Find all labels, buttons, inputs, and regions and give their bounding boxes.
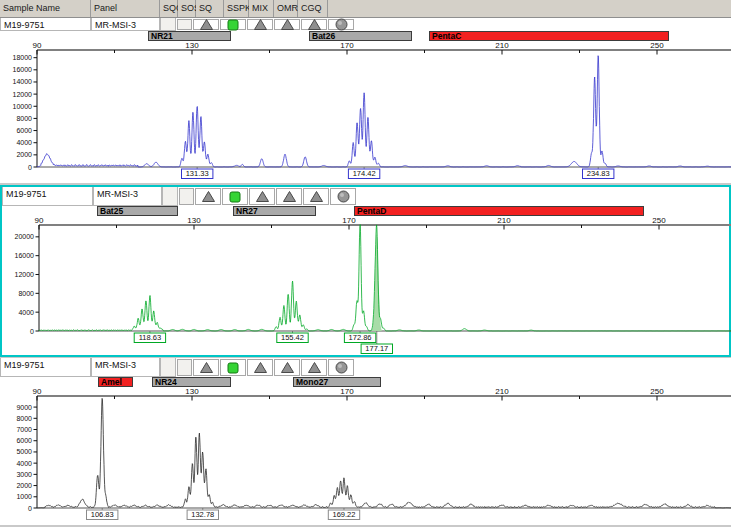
x-tick-label: 130 (185, 387, 199, 396)
y-tick-label: 18000 (13, 54, 33, 61)
y-tick-label: 6000 (16, 127, 32, 134)
trace-line (39, 225, 731, 331)
flag-cell-sos[interactable] (193, 359, 219, 376)
flag-cell-mix[interactable] (274, 19, 300, 30)
marker-bar-bat25[interactable]: Bat25 (97, 206, 178, 216)
quality-flags (177, 359, 355, 376)
electropherogram-svg[interactable]: 9013017021025001000200030004000500060007… (0, 387, 731, 525)
marker-track: Bat25NR27PentaD (2, 206, 729, 216)
x-tick-label: 130 (185, 41, 199, 50)
marker-bar-pentad[interactable]: PentaD (354, 206, 644, 216)
y-tick-label: 6000 (16, 437, 32, 444)
flag-cell-cgq[interactable] (328, 359, 354, 376)
peak-size-value: 106.83 (91, 510, 114, 519)
y-tick-label: 7000 (16, 426, 32, 433)
peak-size-value: 174.42 (353, 169, 376, 178)
y-tick-label: 12000 (13, 91, 33, 98)
x-tick-label: 250 (652, 216, 666, 225)
flag-cell-mix[interactable] (274, 359, 300, 376)
trace-plot-area[interactable]: 9013017021025004000800012000160002000011… (2, 216, 729, 355)
peak-size-value: 169.22 (333, 510, 356, 519)
column-header-sqo[interactable]: SQO (160, 0, 178, 17)
marker-bar-nr21[interactable]: NR21 (148, 31, 231, 41)
x-tick-label: 210 (497, 216, 511, 225)
flag-cell-mix[interactable] (276, 188, 302, 205)
marker-bar-bat26[interactable]: Bat26 (309, 31, 412, 41)
marker-bar-pentac[interactable]: PentaC (429, 31, 669, 41)
y-tick-label: 9000 (16, 404, 32, 411)
column-header-omr[interactable]: OMR (274, 0, 298, 17)
warning-triangle-icon (200, 362, 213, 373)
sample-name-cell[interactable]: M19-9751 (2, 187, 93, 206)
marker-bar-mono27[interactable]: Mono27 (293, 377, 381, 387)
warning-triangle-icon (254, 362, 267, 373)
y-tick-label: 1000 (16, 493, 32, 500)
peak-size-value: 234.83 (587, 169, 610, 178)
quality-flags (177, 19, 355, 30)
pass-square-icon (227, 362, 239, 374)
column-header-sample-name[interactable]: Sample Name (0, 0, 91, 17)
warning-triangle-icon (281, 19, 294, 30)
flag-cell-sspk[interactable] (247, 19, 273, 30)
warning-triangle-icon (202, 191, 215, 202)
y-tick-label: 3000 (16, 471, 32, 478)
marker-bar-nr24[interactable]: NR24 (152, 377, 231, 387)
marker-bar-amel[interactable]: Amel (98, 377, 133, 387)
warning-triangle-icon (308, 362, 321, 373)
flag-cell-sos[interactable] (195, 188, 221, 205)
panel-name-cell[interactable]: MR-MSI-3 (93, 187, 162, 206)
flag-cell-sspk[interactable] (249, 188, 275, 205)
y-tick-label: 8000 (18, 290, 34, 297)
y-tick-label: 0 (28, 505, 32, 512)
flag-cell-cgq[interactable] (330, 188, 356, 205)
column-header-cgq[interactable]: CGQ (298, 0, 328, 17)
sample-row[interactable]: M19-9751MR-MSI-3 (0, 358, 731, 377)
column-header-mix[interactable]: MIX (249, 0, 274, 17)
x-tick-label: 130 (187, 216, 201, 225)
x-tick-label: 210 (495, 387, 509, 396)
peak-size-value: 155.42 (281, 333, 304, 342)
marker-bar-nr27[interactable]: NR27 (233, 206, 316, 216)
trace-plot-area[interactable]: 9013017021025002000400060008000100001200… (0, 41, 731, 183)
trace-line (37, 56, 731, 167)
pass-square-icon (227, 19, 239, 31)
warning-triangle-icon (256, 191, 269, 202)
trace-panel-2-selected[interactable]: M19-9751MR-MSI-3Bat25NR27PentaD901301702… (0, 185, 731, 357)
panel-name-cell[interactable]: MR-MSI-3 (91, 358, 160, 377)
sample-row[interactable]: M19-9751MR-MSI-3 (0, 18, 731, 31)
quality-flags (179, 188, 357, 205)
flag-cell-cgq[interactable] (328, 19, 354, 30)
sample-name-cell[interactable]: M19-9751 (0, 358, 91, 377)
column-header-panel[interactable]: Panel (91, 0, 160, 17)
trace-line (37, 398, 731, 508)
column-header-sos[interactable]: SOS (178, 0, 196, 17)
peak-size-value: 177.17 (365, 344, 388, 353)
column-header-sq[interactable]: SQ (196, 0, 224, 17)
column-header-sspk[interactable]: SSPK (224, 0, 249, 17)
flag-cell-sq[interactable] (222, 188, 248, 205)
flag-cell-omr[interactable] (303, 188, 329, 205)
sample-name-cell[interactable]: M19-9751 (0, 18, 91, 31)
spacer-cell (160, 18, 176, 31)
trace-panel-3[interactable]: M19-9751MR-MSI-3AmelNR24Mono279013017021… (0, 358, 731, 525)
marker-track: AmelNR24Mono27 (0, 377, 731, 387)
flag-cell-sq[interactable] (220, 359, 246, 376)
flag-cell-sq[interactable] (220, 19, 246, 30)
flag-cell-sspk[interactable] (247, 359, 273, 376)
sample-row[interactable]: M19-9751MR-MSI-3 (2, 187, 729, 206)
flag-cell-omr[interactable] (301, 359, 327, 376)
electropherogram-svg[interactable]: 9013017021025002000400060008000100001200… (0, 41, 731, 183)
x-tick-label: 170 (340, 387, 354, 396)
trace-plot-area[interactable]: 9013017021025001000200030004000500060007… (0, 387, 731, 525)
electropherogram-svg[interactable]: 9013017021025004000800012000160002000011… (2, 216, 731, 355)
trace-panel-1[interactable]: M19-9751MR-MSI-3NR21Bat26PentaC901301702… (0, 18, 731, 183)
x-tick-label: 90 (33, 41, 42, 50)
peak-size-value: 172.86 (349, 333, 372, 342)
warning-triangle-icon (200, 19, 213, 30)
warning-triangle-icon (310, 191, 323, 202)
quality-circle-icon (335, 18, 348, 31)
x-tick-label: 170 (340, 41, 354, 50)
panel-name-cell[interactable]: MR-MSI-3 (91, 18, 160, 31)
flag-cell-omr[interactable] (301, 19, 327, 30)
flag-cell-sos[interactable] (193, 19, 219, 30)
